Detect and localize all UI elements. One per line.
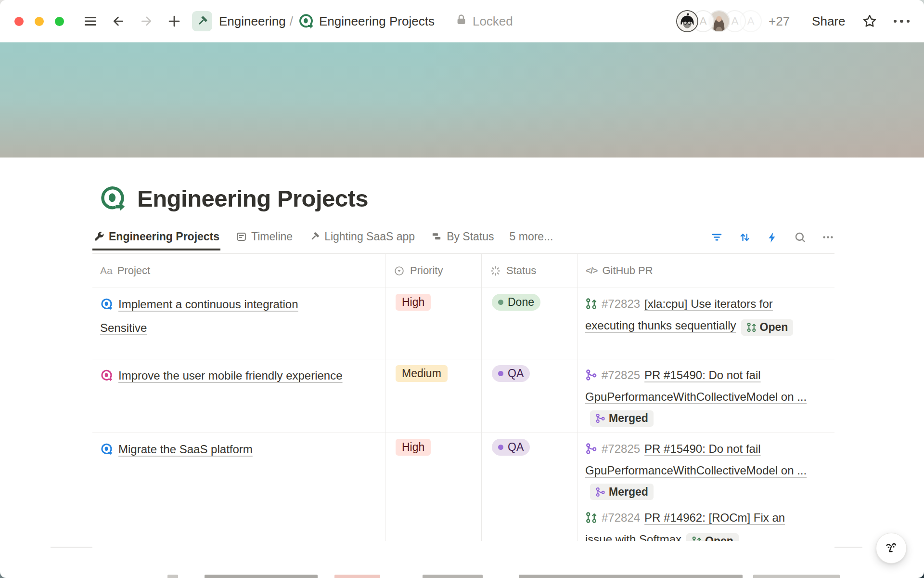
spinner-icon bbox=[489, 265, 501, 277]
text-type-icon: Aa bbox=[100, 265, 113, 276]
more-options-icon[interactable] bbox=[894, 20, 910, 23]
code-icon: </> bbox=[586, 265, 597, 276]
pr-state-badge[interactable]: Open bbox=[686, 533, 739, 541]
status-tag[interactable]: Done bbox=[492, 294, 540, 311]
breadcrumb-page[interactable]: Engineering Projects bbox=[319, 14, 435, 29]
pr-number: #72824 bbox=[602, 511, 640, 524]
new-tab-icon[interactable] bbox=[167, 14, 181, 28]
hammer-icon[interactable] bbox=[192, 11, 212, 31]
board-icon bbox=[431, 231, 442, 242]
column-header-status[interactable]: Status bbox=[481, 254, 578, 288]
table-row: Improve the user mobile friendly experie… bbox=[92, 359, 834, 433]
pr-number: #72823 bbox=[602, 297, 640, 310]
iteration-circle-icon bbox=[100, 368, 113, 389]
view-more-icon[interactable] bbox=[821, 231, 834, 244]
pull-request-merged-icon bbox=[595, 413, 605, 423]
more-views-button[interactable]: 5 more... bbox=[510, 230, 553, 250]
pull-request-open-icon bbox=[692, 536, 702, 541]
sidebar-menu-icon[interactable] bbox=[83, 14, 98, 28]
pr-state-badge[interactable]: Merged bbox=[590, 410, 654, 427]
pr-number: #72825 bbox=[602, 442, 640, 455]
clipped-next-row-fragment bbox=[423, 575, 483, 578]
zoom-button[interactable] bbox=[55, 17, 64, 26]
tab-by-status[interactable]: By Status bbox=[430, 230, 495, 250]
minimize-button[interactable] bbox=[35, 17, 44, 26]
hammer-icon bbox=[309, 231, 320, 242]
tab-engineering-projects[interactable]: Engineering Projects bbox=[92, 230, 220, 250]
breadcrumb-separator: / bbox=[290, 14, 293, 29]
row-divider-extension bbox=[834, 547, 862, 548]
ai-face-icon bbox=[883, 539, 900, 557]
favorite-star-icon[interactable] bbox=[862, 13, 877, 29]
iteration-circle-icon bbox=[100, 296, 113, 317]
pr-state-badge[interactable]: Open bbox=[741, 319, 794, 336]
notion-ai-button[interactable] bbox=[876, 533, 907, 564]
pull-request-merged-icon bbox=[595, 487, 605, 497]
window-titlebar: Engineering / Engineering Projects Locke… bbox=[0, 0, 924, 42]
iteration-circle-icon bbox=[298, 13, 314, 29]
iteration-circle-icon bbox=[100, 441, 113, 462]
close-button[interactable] bbox=[14, 17, 24, 26]
row-divider-extension bbox=[51, 547, 92, 548]
traffic-lights bbox=[14, 17, 64, 26]
filter-icon[interactable] bbox=[710, 231, 723, 244]
status-tag[interactable]: QA bbox=[492, 439, 530, 456]
breadcrumb-root[interactable]: Engineering bbox=[219, 14, 286, 29]
status-tag[interactable]: QA bbox=[492, 365, 530, 382]
page-title[interactable]: Engineering Projects bbox=[137, 185, 368, 212]
page-icon-iteration-circle[interactable] bbox=[99, 184, 127, 212]
pull-request-open-icon bbox=[585, 510, 597, 529]
clipped-next-row-fragment bbox=[334, 575, 380, 578]
project-title-link[interactable]: Implement a continuous integration Sensi… bbox=[100, 298, 298, 334]
clipped-next-row-fragment bbox=[519, 575, 743, 578]
search-icon[interactable] bbox=[794, 231, 807, 244]
projects-table: Aa Project Priority Status </> GitHub PR bbox=[92, 254, 834, 541]
clipped-next-row-fragment bbox=[753, 575, 840, 578]
back-icon[interactable] bbox=[111, 14, 126, 28]
wrench-icon bbox=[93, 231, 104, 242]
table-row: Implement a continuous integration Sensi… bbox=[92, 288, 834, 359]
column-header-project[interactable]: Aa Project bbox=[92, 254, 385, 288]
locked-label: Locked bbox=[473, 14, 513, 29]
pr-state-badge[interactable]: Merged bbox=[590, 484, 654, 500]
avatar[interactable] bbox=[676, 10, 698, 32]
sort-icon[interactable] bbox=[738, 231, 751, 244]
pull-request-open-icon bbox=[585, 296, 597, 315]
pull-request-open-icon bbox=[746, 322, 757, 332]
pull-request-merged-icon bbox=[585, 441, 597, 460]
circle-caret-icon bbox=[393, 265, 405, 277]
notion-window: Engineering / Engineering Projects Locke… bbox=[0, 0, 924, 578]
table-header-row: Aa Project Priority Status </> GitHub PR bbox=[92, 254, 834, 288]
project-title-link[interactable]: Migrate the SaaS platform bbox=[118, 443, 253, 456]
column-header-priority[interactable]: Priority bbox=[385, 254, 481, 288]
tab-lighting-saas-app[interactable]: Lighting SaaS app bbox=[308, 230, 416, 250]
timeline-icon bbox=[236, 231, 247, 242]
view-tabs-bar: Engineering Projects Timeline Lighting S… bbox=[92, 227, 834, 254]
clipped-next-row-fragment bbox=[205, 575, 318, 578]
status-dot bbox=[498, 445, 503, 450]
forward-icon[interactable] bbox=[139, 14, 154, 28]
page-cover-gradient bbox=[0, 42, 924, 158]
pull-request-merged-icon bbox=[585, 367, 597, 387]
presence-avatars[interactable]: A A A +27 bbox=[676, 10, 802, 32]
column-header-github-pr[interactable]: </> GitHub PR bbox=[578, 254, 834, 288]
breadcrumb: Engineering / Engineering Projects bbox=[192, 11, 435, 31]
project-title-link[interactable]: Improve the user mobile friendly experie… bbox=[118, 369, 343, 382]
desktop-background: Engineering / Engineering Projects Locke… bbox=[0, 0, 924, 578]
priority-tag[interactable]: High bbox=[396, 294, 431, 311]
clipped-next-row-fragment bbox=[167, 575, 178, 578]
lock-status[interactable]: Locked bbox=[455, 13, 513, 29]
tab-timeline[interactable]: Timeline bbox=[235, 230, 294, 250]
status-dot bbox=[498, 300, 503, 305]
table-row: Migrate the SaaS platform High QA #72825… bbox=[92, 433, 834, 541]
share-button[interactable]: Share bbox=[812, 14, 845, 29]
lock-icon bbox=[455, 13, 468, 29]
pr-number: #72825 bbox=[602, 368, 640, 381]
automation-bolt-icon[interactable] bbox=[766, 231, 779, 244]
avatar-overflow-count[interactable]: +27 bbox=[769, 14, 790, 29]
priority-tag[interactable]: High bbox=[396, 439, 431, 456]
status-dot bbox=[498, 371, 503, 376]
priority-tag[interactable]: Medium bbox=[396, 365, 448, 382]
